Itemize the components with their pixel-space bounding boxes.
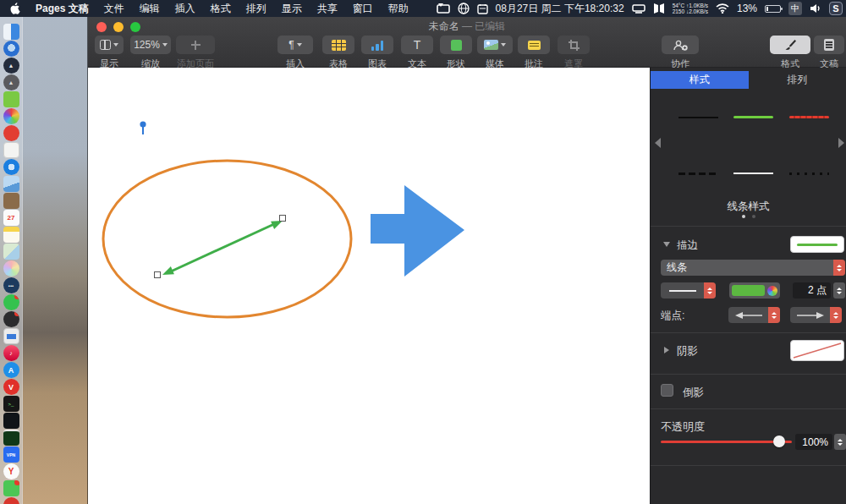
collaborate-button[interactable]: [662, 36, 699, 54]
endpoint-start-select[interactable]: [728, 307, 780, 323]
tab-style[interactable]: 样式: [651, 71, 749, 89]
dock-updates-app-icon[interactable]: [3, 311, 19, 327]
text-button[interactable]: T: [401, 36, 433, 54]
dock-keynote-icon[interactable]: [3, 328, 19, 344]
menu-app-name[interactable]: Pages 文稿: [36, 2, 89, 16]
gallery-pager[interactable]: [651, 215, 846, 218]
mask-button[interactable]: [558, 36, 590, 54]
shape-button[interactable]: [440, 36, 472, 54]
color-swatch[interactable]: [732, 285, 765, 296]
line-style-red-sketch[interactable]: [789, 116, 829, 118]
menu-window[interactable]: 窗口: [353, 2, 373, 16]
double-arrow-line[interactable]: [155, 216, 286, 278]
menu-help[interactable]: 帮助: [388, 2, 409, 16]
menu-arrange[interactable]: 排列: [246, 2, 266, 16]
dock-yandex-icon[interactable]: Y: [3, 463, 19, 479]
menu-view[interactable]: 显示: [282, 2, 302, 16]
dock-vivaldi-icon[interactable]: V: [3, 379, 19, 395]
stroke-disclosure-icon[interactable]: [663, 242, 670, 247]
stroke-preview-well[interactable]: [790, 236, 844, 253]
dock-clipped-app-icon[interactable]: [3, 497, 19, 504]
dock-maps-icon[interactable]: [3, 244, 19, 260]
dock-notebook-icon[interactable]: [3, 193, 19, 209]
opacity-field[interactable]: 100%: [795, 434, 832, 450]
opacity-stepper[interactable]: [834, 434, 846, 450]
line-style-black-dashed[interactable]: [678, 173, 718, 175]
dock-messages-icon[interactable]: •••: [3, 277, 19, 293]
dock-wechat-icon[interactable]: [3, 480, 19, 496]
shadow-disclosure-icon[interactable]: [664, 347, 669, 353]
gallery-next-icon[interactable]: [838, 138, 844, 148]
globe-icon[interactable]: [458, 3, 470, 14]
input-method-icon[interactable]: 中: [788, 2, 802, 15]
window-manager-icon[interactable]: [653, 3, 665, 14]
line-style-green-solid[interactable]: [733, 116, 773, 118]
snipping-tool-icon[interactable]: [632, 4, 645, 14]
stroke-width-field[interactable]: 2 点: [793, 282, 831, 299]
tab-arrange[interactable]: 排列: [749, 71, 846, 89]
color-wheel-icon[interactable]: [767, 286, 777, 296]
screen-mirroring-icon[interactable]: [437, 3, 450, 14]
dock-terminal-icon[interactable]: >_: [3, 396, 19, 412]
stepper-icon[interactable]: [830, 307, 842, 323]
format-button[interactable]: [770, 36, 810, 54]
dock-rocket-icon[interactable]: ▲: [3, 74, 19, 90]
chart-button[interactable]: [361, 36, 393, 54]
opacity-slider-thumb[interactable]: [773, 436, 785, 447]
stepper-icon[interactable]: [833, 260, 845, 276]
dock-pinwheel-icon[interactable]: [3, 108, 19, 124]
volume-icon[interactable]: [810, 3, 821, 14]
selection-handle[interactable]: [280, 216, 286, 222]
dock-red-app-icon[interactable]: [3, 125, 19, 141]
dock-terminal-3-icon[interactable]: [3, 430, 19, 446]
dock-safari-icon[interactable]: [3, 159, 19, 175]
dock-calendar-icon[interactable]: 27: [3, 210, 19, 226]
shadow-none-well[interactable]: [790, 340, 844, 361]
dock-photos-dark-icon[interactable]: ▲: [3, 58, 19, 74]
menu-file[interactable]: 文件: [104, 2, 124, 16]
dock-green-app-icon[interactable]: [3, 91, 19, 107]
document-canvas[interactable]: [88, 68, 650, 504]
insert-button[interactable]: ¶: [277, 36, 313, 54]
reflection-checkbox[interactable]: [661, 384, 673, 397]
gallery-prev-icon[interactable]: [655, 138, 661, 148]
ellipse-shape[interactable]: [103, 161, 351, 317]
calendar-menu-icon[interactable]: [477, 3, 488, 14]
stroke-color-well[interactable]: [729, 282, 780, 299]
battery-icon[interactable]: [765, 5, 781, 13]
pin-marker[interactable]: [140, 121, 146, 134]
dock-terminal-2-icon[interactable]: [3, 413, 19, 429]
blue-arrow-shape[interactable]: [371, 185, 464, 277]
menu-datetime[interactable]: 08月27日 周二 下午18:20:32: [496, 2, 624, 16]
stepper-icon[interactable]: [704, 282, 716, 299]
line-style-black-dotted[interactable]: [789, 173, 829, 175]
apple-menu-icon[interactable]: [10, 3, 20, 14]
endpoint-end-select[interactable]: [790, 307, 842, 323]
media-button[interactable]: [477, 36, 513, 54]
stepper-icon[interactable]: [768, 307, 780, 323]
menu-format[interactable]: 格式: [211, 2, 231, 16]
menu-insert[interactable]: 插入: [175, 2, 195, 16]
table-button[interactable]: [322, 36, 354, 54]
selection-handle[interactable]: [155, 272, 161, 278]
wifi-icon[interactable]: [716, 3, 729, 14]
line-pattern-select[interactable]: [661, 282, 716, 299]
comment-button[interactable]: [518, 36, 550, 54]
stroke-type-select[interactable]: 线条: [661, 260, 845, 276]
dock-finder-icon[interactable]: [3, 24, 19, 40]
dock-voice-chat-icon[interactable]: [3, 294, 19, 310]
stroke-width-stepper[interactable]: [833, 282, 845, 299]
add-page-button[interactable]: [176, 36, 215, 54]
dock-notepad-icon[interactable]: [3, 142, 19, 158]
dock-vpn-icon[interactable]: VPN: [3, 446, 19, 463]
view-button[interactable]: [95, 36, 124, 54]
document-button[interactable]: [814, 36, 844, 54]
menu-share[interactable]: 共享: [317, 2, 338, 16]
line-style-black-solid[interactable]: [678, 117, 718, 118]
zoom-button[interactable]: 125%: [130, 36, 171, 54]
dock-preview-icon[interactable]: [3, 176, 19, 192]
dock-music-icon[interactable]: ♪: [3, 345, 19, 361]
network-stats[interactable]: 54°C ↑1.0KB/s 2150 ↓2.0KB/s: [673, 3, 708, 14]
dock-photos-icon[interactable]: [3, 260, 19, 277]
opacity-slider[interactable]: [661, 441, 792, 443]
